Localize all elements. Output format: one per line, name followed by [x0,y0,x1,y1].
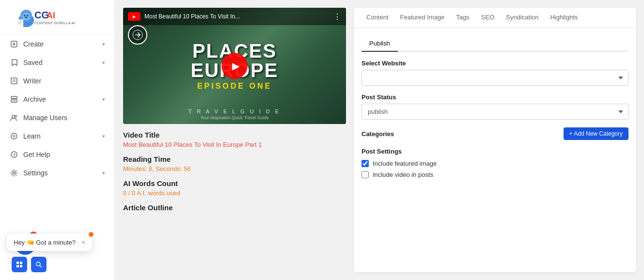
ai-words-value: 0 / 0 A.I. words used [123,189,346,197]
svg-text:CONTENT GORILLA AI: CONTENT GORILLA AI [34,21,75,25]
article-outline-label: Article Outline [123,203,346,212]
right-body: Publish Select Website Post Status publi… [354,28,636,272]
svg-text:AI: AI [47,11,55,20]
reading-time-label: Reading Time [123,155,346,163]
left-panel: Most Beautiful 10 Places To Visit In... … [123,8,346,272]
nav-learn-label: Learn [23,132,41,140]
users-icon [10,113,18,122]
content-area: Most Beautiful 10 Places To Visit In... … [123,8,636,272]
video-title-value: Most Beautiful 10 Places To Visit In Eur… [123,141,346,148]
nav-archive[interactable]: Archive ▾ [0,90,115,109]
video-title-section: Video Title Most Beautiful 10 Places To … [123,131,346,148]
svg-point-30 [13,172,16,174]
chevron-down-icon: ▾ [102,41,105,47]
learn-icon [10,132,18,140]
reading-time-section: Reading Time Minutes: 8, Seconds: 56 [123,155,346,172]
nav-get-help-label: Get Help [23,151,50,158]
svg-point-27 [13,135,15,137]
youtube-icon [128,12,141,21]
include-video-row: Include video in posts [361,171,628,178]
nav-saved[interactable]: Saved ▾ [0,53,115,72]
select-website-label: Select Website [361,60,628,67]
nav-writer-label: Writer [23,77,41,85]
settings-icon [10,169,18,177]
chat-popup-text: Hey 🤜 Got a minute? [14,239,76,246]
nav-saved-label: Saved [23,59,43,66]
help-icon: ? [10,150,18,159]
archive-icon [10,95,18,104]
svg-point-2 [22,13,30,20]
tab-featured-image[interactable]: Featured Image [395,8,450,28]
include-featured-image-checkbox[interactable] [361,160,369,167]
video-menu-icon[interactable]: ⋮ [333,12,341,21]
nav-writer[interactable]: Writer [0,72,115,90]
post-settings-group: Post Settings Include featured image Inc… [361,148,628,178]
tab-content[interactable]: Content [361,8,393,28]
logo-area: CG AI CONTENT GORILLA AI [0,0,115,35]
publish-tabs: Publish [361,36,628,52]
categories-group: Categories + Add New Category [361,127,628,140]
nav-learn[interactable]: Learn ▾ [0,127,115,145]
include-video-checkbox[interactable] [361,171,369,178]
svg-text:?: ? [13,153,16,157]
video-top-bar: Most Beautiful 10 Places To Visit In... … [123,8,346,25]
post-status-dropdown[interactable]: publish draft [361,104,628,120]
video-top-title: Most Beautiful 10 Places To Visit In... [144,13,330,20]
tab-tags[interactable]: Tags [451,8,474,28]
post-status-group: Post Status publish draft [361,93,628,120]
svg-line-36 [40,265,42,267]
right-panel: Content Featured Image Tags SEO Syndicat… [354,8,636,272]
right-tabs: Content Featured Image Tags SEO Syndicat… [354,8,636,28]
tab-highlights[interactable]: Highlights [545,8,582,28]
tab-seo[interactable]: SEO [476,8,499,28]
svg-rect-33 [16,265,19,267]
chevron-down-icon: ▾ [102,170,105,176]
include-video-label: Include video in posts [373,171,433,178]
svg-point-3 [24,15,26,16]
svg-rect-8 [17,19,23,26]
tab-syndication[interactable]: Syndication [501,8,543,28]
select-website-dropdown[interactable] [361,70,628,86]
reading-time-value: Minutes: 8, Seconds: 56 [123,165,346,172]
ai-words-label: AI Words Count [123,179,346,187]
video-channel-logo [128,25,147,45]
include-featured-image-row: Include featured image [361,160,628,167]
video-title-label: Video Title [123,131,346,139]
nav-archive-label: Archive [23,95,46,103]
svg-point-6 [28,15,28,15]
nav-create-label: Create [23,40,44,48]
publish-tab[interactable]: Publish [361,36,398,52]
video-thumbnail[interactable]: Most Beautiful 10 Places To Visit In... … [123,8,346,124]
nav-create[interactable]: Create ▾ [0,35,115,53]
logo: CG AI CONTENT GORILLA AI [8,5,76,30]
article-outline-section: Article Outline [123,203,346,214]
video-episode-text: EPISODE ONE [191,82,279,91]
video-travel-guide: T R A V E L G U I D E [188,109,281,114]
nav-manage-users[interactable]: Manage Users [0,109,115,127]
svg-point-24 [12,115,15,118]
include-featured-image-label: Include featured image [373,160,437,167]
create-icon [10,40,18,48]
add-category-button[interactable]: + Add New Category [564,127,628,140]
writer-icon [10,77,18,85]
categories-header: Categories + Add New Category [361,127,628,140]
play-button[interactable] [221,53,248,79]
search-button[interactable] [31,257,47,272]
post-status-label: Post Status [361,93,628,101]
chevron-down-icon: ▾ [102,133,105,140]
svg-rect-21 [11,96,17,98]
main-content: Most Beautiful 10 Places To Visit In... … [115,0,644,280]
saved-icon [10,58,18,67]
nav-settings[interactable]: Settings ▾ [0,164,115,182]
ai-words-section: AI Words Count 0 / 0 A.I. words used [123,179,346,197]
svg-point-4 [27,15,29,16]
chat-popup-close[interactable]: × [81,238,85,246]
sidebar-bottom: 2 [0,249,115,280]
nav-settings-label: Settings [23,169,48,177]
grid-button[interactable] [12,257,27,272]
svg-rect-34 [20,265,22,267]
select-website-group: Select Website [361,60,628,86]
svg-point-35 [36,262,40,266]
categories-label: Categories [361,130,394,138]
nav-get-help[interactable]: ? Get Help [0,145,115,164]
